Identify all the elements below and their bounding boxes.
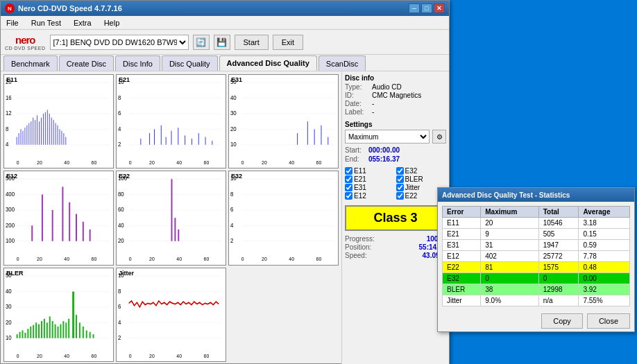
svg-text:20: 20 — [118, 237, 124, 245]
close-button[interactable]: ✕ — [434, 3, 445, 13]
svg-rect-158 — [17, 334, 18, 338]
minimize-button[interactable]: ─ — [409, 3, 420, 13]
svg-text:0: 0 — [17, 352, 19, 359]
close-button[interactable]: Close — [587, 313, 630, 329]
tab-disc-quality[interactable]: Disc Quality — [162, 55, 218, 71]
save-icon-btn[interactable]: 💾 — [214, 35, 230, 50]
svg-rect-61 — [178, 128, 178, 145]
cb-e12-input[interactable] — [345, 192, 353, 200]
chart-e32-label: E32 — [231, 173, 242, 180]
svg-rect-59 — [166, 137, 167, 145]
col-total: Total — [538, 207, 579, 218]
svg-text:10: 10 — [6, 333, 12, 341]
cb-e32: E32 — [396, 167, 447, 175]
table-row: E12402257727.78 — [443, 251, 630, 262]
stats-footer: Copy Close — [438, 311, 634, 331]
svg-rect-19 — [24, 128, 25, 145]
chart-e12-label: E12 — [6, 173, 17, 180]
refresh-icon-btn[interactable]: 🔄 — [193, 35, 210, 50]
tab-create-disc[interactable]: Create Disc — [59, 55, 114, 71]
copy-button[interactable]: Copy — [541, 313, 583, 329]
svg-text:60: 60 — [118, 206, 124, 214]
svg-rect-33 — [53, 120, 54, 145]
svg-rect-82 — [297, 133, 298, 145]
cb-e32-label: E32 — [405, 167, 418, 175]
svg-text:0: 0 — [241, 159, 244, 166]
disc-id-row: ID: CMC Magnetics — [345, 92, 446, 99]
svg-rect-109 — [90, 229, 91, 241]
position-row: Position: 55:14.00 — [345, 243, 446, 251]
svg-text:20: 20 — [149, 352, 155, 359]
svg-rect-103 — [42, 195, 43, 241]
cb-e11-input[interactable] — [345, 167, 353, 175]
svg-text:20: 20 — [6, 318, 12, 326]
menu-help[interactable]: Help — [101, 17, 123, 28]
svg-text:0: 0 — [17, 159, 19, 166]
disc-info-section: Disc info Type: Audio CD ID: CMC Magneti… — [345, 74, 446, 116]
svg-text:6: 6 — [118, 302, 121, 310]
svg-rect-34 — [56, 123, 56, 144]
svg-rect-183 — [90, 331, 91, 338]
svg-text:40: 40 — [64, 159, 69, 166]
cb-e21-input[interactable] — [345, 175, 353, 183]
tab-disc-info[interactable]: Disc Info — [115, 55, 160, 71]
svg-text:80: 80 — [118, 191, 124, 198]
cb-jitter-input[interactable] — [396, 184, 404, 191]
svg-text:20: 20 — [149, 159, 155, 166]
window-title: Nero CD-DVD Speed 4.7.7.16 — [18, 4, 409, 12]
svg-rect-174 — [60, 324, 61, 338]
svg-rect-108 — [83, 222, 84, 241]
chart-e11: E11 20 16 12 8 4 0 20 40 60 — [3, 74, 114, 168]
disc-type-val: Audio CD — [372, 83, 402, 91]
svg-text:0: 0 — [129, 159, 132, 166]
svg-text:2: 2 — [118, 333, 121, 341]
cb-e22-input[interactable] — [396, 192, 404, 200]
exit-button[interactable]: Exit — [273, 35, 303, 50]
svg-rect-37 — [61, 131, 62, 145]
menu-file[interactable]: File — [3, 17, 22, 28]
svg-rect-57 — [154, 129, 155, 144]
svg-text:60: 60 — [204, 159, 210, 166]
stats-title: Advanced Disc Quality Test - Statistics — [442, 191, 570, 199]
svg-rect-38 — [63, 133, 64, 145]
svg-text:20: 20 — [262, 159, 267, 166]
svg-rect-106 — [69, 202, 70, 241]
svg-text:300: 300 — [6, 206, 15, 214]
drive-select[interactable]: [7:1] BENQ DVD DD DW1620 B7W9 — [50, 35, 189, 50]
svg-rect-16 — [19, 133, 19, 145]
menu-bar: File Run Test Extra Help — [1, 16, 449, 30]
tab-benchmark[interactable]: Benchmark — [3, 55, 58, 71]
settings-icon-btn[interactable]: ⚙ — [432, 130, 446, 144]
cb-bler-input[interactable] — [396, 175, 404, 183]
window-controls: ─ □ ✕ — [409, 3, 445, 13]
start-row: Start: 000:00.00 — [345, 146, 446, 154]
maximize-button[interactable]: □ — [421, 3, 432, 13]
menu-extra[interactable]: Extra — [71, 17, 94, 28]
tab-scan-disc[interactable]: ScanDisc — [318, 55, 366, 71]
stats-title-bar: Advanced Disc Quality Test - Statistics — [438, 188, 634, 202]
svg-rect-84 — [314, 129, 315, 144]
svg-rect-164 — [33, 324, 34, 338]
svg-text:40: 40 — [289, 159, 294, 166]
disc-label-key: Label: — [345, 108, 369, 116]
svg-rect-22 — [31, 121, 31, 145]
svg-rect-26 — [39, 121, 40, 145]
tab-advanced-disc-quality[interactable]: Advanced Disc Quality — [219, 55, 317, 71]
svg-text:200: 200 — [6, 221, 15, 229]
svg-text:60: 60 — [92, 256, 97, 263]
svg-text:100: 100 — [6, 237, 15, 245]
cb-e31-input[interactable] — [345, 184, 353, 191]
svg-rect-62 — [185, 135, 185, 144]
end-row: End: 055:16.37 — [345, 155, 446, 163]
cb-e32-input[interactable] — [396, 167, 404, 175]
svg-rect-178 — [72, 291, 74, 338]
start-button[interactable]: Start — [235, 35, 269, 50]
svg-text:6: 6 — [118, 110, 121, 117]
start-val: 000:00.00 — [368, 146, 400, 154]
menu-run-test[interactable]: Run Test — [28, 17, 64, 28]
svg-rect-128 — [229, 171, 338, 264]
disc-info-title: Disc info — [345, 74, 446, 82]
svg-rect-175 — [62, 321, 64, 338]
svg-text:4: 4 — [118, 318, 121, 326]
settings-select[interactable]: Maximum — [345, 130, 430, 144]
